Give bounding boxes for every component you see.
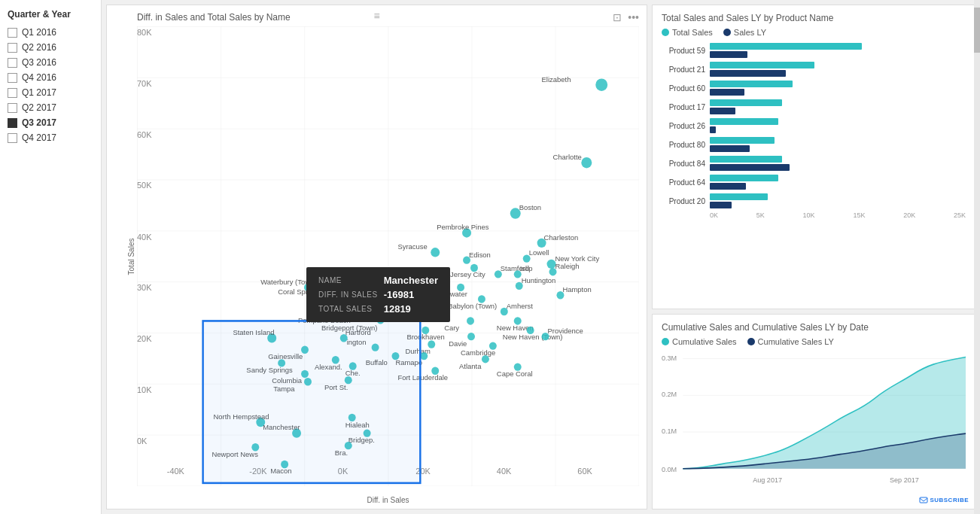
bar-panel: Total Sales and Sales LY by Product Name…: [652, 5, 975, 309]
bar-axis-tick: 5K: [756, 211, 765, 219]
svg-point-16: [595, 78, 607, 91]
sidebar-item-4[interactable]: Q1 2017: [8, 87, 93, 98]
svg-text:80K: 80K: [137, 28, 152, 37]
svg-point-18: [581, 157, 592, 168]
scatter-tooltip: NAME Manchester DIFF. IN SALES -16981 TO…: [306, 267, 450, 322]
bar-axis-tick: 15K: [853, 211, 865, 219]
subscribe-badge[interactable]: SUBSCRIBE: [919, 495, 969, 504]
svg-text:Lowell: Lowell: [529, 248, 549, 257]
svg-text:Providence: Providence: [548, 327, 583, 335]
bar-chart-area: Product 59Product 21Product 60Product 17…: [662, 43, 966, 208]
bar-chart-row: Product 17: [662, 99, 966, 114]
top-row: ≡ Diff. in Sales and Total Sales by Name…: [106, 5, 975, 509]
scatter-panel-header: Diff. in Sales and Total Sales by Name ⊡…: [137, 11, 639, 23]
total-sales-bar: [710, 137, 775, 144]
cum-sales-ly-label: Cumulative Sales LY: [758, 337, 834, 346]
sidebar-checkbox-1[interactable]: [8, 43, 17, 53]
svg-text:Raleigh: Raleigh: [555, 262, 580, 270]
sidebar-checkbox-3[interactable]: [8, 73, 17, 83]
svg-point-26: [431, 248, 440, 257]
svg-text:70K: 70K: [137, 79, 152, 88]
bars-container: [710, 175, 966, 190]
bars-container: [710, 193, 966, 208]
tooltip-diff-label: DIFF. IN SALES: [315, 287, 381, 302]
scatter-area: Total Sales 80K 70K 60K 50K 40K: [137, 26, 639, 486]
sidebar-checkbox-6[interactable]: [8, 118, 17, 128]
sidebar-item-5[interactable]: Q2 2017: [8, 102, 93, 113]
sidebar-item-3[interactable]: Q4 2016: [8, 72, 93, 83]
scrollbar[interactable]: [974, 0, 980, 514]
svg-text:Davie: Davie: [449, 339, 467, 347]
svg-text:Islip: Islip: [520, 264, 533, 272]
cum-svg: 0.3M 0.2M 0.1M 0.0M: [662, 351, 966, 486]
bar-chart-row: Product 59: [662, 43, 966, 58]
sales-ly-label: Sales LY: [734, 28, 766, 37]
scatter-title: Diff. in Sales and Total Sales by Name: [137, 12, 291, 23]
main-content: ≡ Diff. in Sales and Total Sales by Name…: [102, 0, 980, 514]
tooltip-total-value: 12819: [381, 302, 441, 316]
sidebar-checkbox-0[interactable]: [8, 28, 17, 38]
sidebar-items: Q1 2016Q2 2016Q3 2016Q4 2016Q1 2017Q2 20…: [8, 27, 93, 143]
svg-text:Charleston: Charleston: [544, 233, 579, 242]
svg-text:Cape Coral: Cape Coral: [497, 370, 533, 378]
sidebar-checkbox-4[interactable]: [8, 88, 17, 98]
svg-text:60K: 60K: [577, 467, 592, 476]
sales-ly-bar: [710, 164, 790, 171]
cum-sales-label: Cumulative Sales: [672, 337, 737, 346]
sidebar-label-5: Q2 2017: [22, 102, 56, 113]
bar-row-label: Product 80: [662, 141, 705, 149]
sidebar-checkbox-7[interactable]: [8, 133, 17, 143]
cum-title: Cumulative Sales and Cumulative Sales LY…: [662, 322, 966, 333]
sidebar-item-0[interactable]: Q1 2016: [8, 27, 93, 38]
svg-text:0.3M: 0.3M: [662, 354, 677, 362]
scatter-panel: ≡ Diff. in Sales and Total Sales by Name…: [106, 5, 647, 509]
svg-text:20K: 20K: [137, 334, 152, 343]
sales-ly-bar: [710, 108, 735, 114]
bars-container: [710, 99, 966, 114]
svg-text:50K: 50K: [137, 181, 152, 190]
total-sales-bar: [710, 99, 782, 106]
svg-point-70: [467, 317, 474, 324]
tooltip-diff-value: -16981: [381, 287, 441, 302]
subscribe-label: SUBSCRIBE: [930, 497, 969, 503]
right-panels: Total Sales and Sales LY by Product Name…: [652, 5, 975, 509]
bars-container: [710, 43, 966, 58]
sidebar-label-1: Q2 2016: [22, 42, 56, 53]
sidebar-label-0: Q1 2016: [22, 27, 56, 38]
sales-ly-bar: [710, 51, 747, 58]
cum-sales-legend: Cumulative Sales: [662, 337, 737, 346]
total-sales-bar: [710, 193, 768, 200]
cum-sales-dot: [662, 338, 669, 345]
sidebar-checkbox-5[interactable]: [8, 103, 17, 113]
svg-text:Amherst: Amherst: [507, 302, 533, 310]
sales-ly-bar: [710, 126, 716, 133]
svg-rect-130: [203, 321, 421, 482]
tooltip-name-value: Manchester: [381, 273, 441, 287]
total-sales-bar: [710, 62, 814, 68]
bar-chart-row: Product 20: [662, 193, 966, 208]
y-axis-label: Total Sales: [127, 238, 135, 275]
sidebar-item-1[interactable]: Q2 2016: [8, 42, 93, 53]
svg-text:Babylon (Town): Babylon (Town): [448, 302, 497, 310]
svg-text:Boston: Boston: [519, 203, 541, 211]
bar-chart-row: Product 80: [662, 137, 966, 152]
sales-ly-bar: [710, 183, 746, 190]
scatter-panel-icons: ⊡ •••: [613, 11, 639, 23]
bar-row-label: Product 84: [662, 160, 705, 168]
sidebar-item-2[interactable]: Q3 2016: [8, 57, 93, 68]
expand-icon[interactable]: ⊡: [613, 11, 622, 23]
scatter-svg: 80K 70K 60K 50K 40K 30K 20K 10K 0K -40K …: [137, 26, 639, 486]
scrollbar-thumb[interactable]: [974, 8, 980, 53]
more-icon[interactable]: •••: [628, 11, 639, 23]
cum-chart-area: 0.3M 0.2M 0.1M 0.0M: [662, 351, 966, 486]
sidebar-item-7[interactable]: Q4 2017: [8, 132, 93, 143]
cum-sales-ly-legend: Cumulative Sales LY: [747, 337, 834, 346]
x-axis-label: Diff. in Sales: [367, 496, 409, 504]
svg-text:10K: 10K: [137, 385, 152, 394]
bars-container: [710, 81, 966, 96]
bar-chart-row: Product 64: [662, 175, 966, 190]
svg-text:Cambridge: Cambridge: [461, 348, 495, 357]
sidebar-item-6[interactable]: Q3 2017: [8, 117, 93, 128]
svg-point-78: [467, 333, 475, 340]
sidebar-checkbox-2[interactable]: [8, 58, 17, 68]
